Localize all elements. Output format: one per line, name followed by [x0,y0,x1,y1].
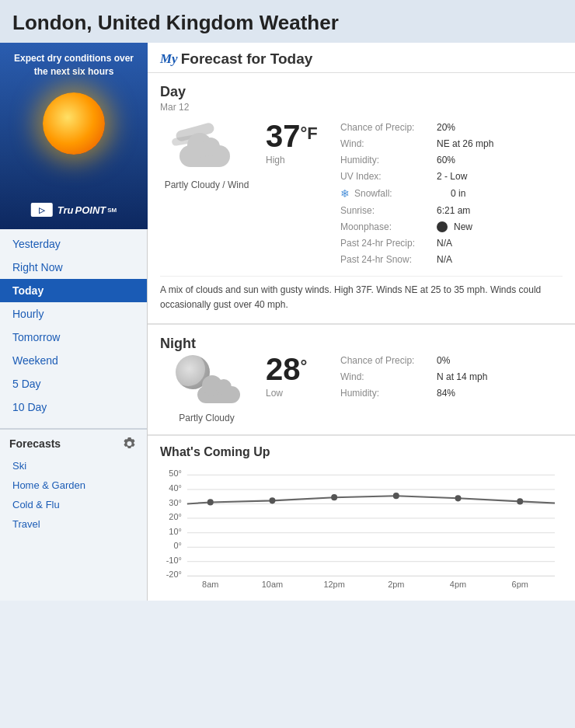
sun-graphic [43,92,105,155]
svg-text:30°: 30° [169,498,182,507]
day-temp-label: High [266,155,285,165]
sidebar-item-weekend[interactable]: Weekend [0,349,147,372]
humidity-value: 60% [437,155,455,165]
night-condition: Partly Cloudy [179,413,234,423]
sidebar-item-yesterday[interactable]: Yesterday [0,232,147,256]
snowfall-value: 0 in [451,188,465,199]
svg-text:-20°: -20° [166,570,182,580]
chart-line [187,496,555,504]
forecast-section-title: Forecast for Today [181,51,313,68]
chance-precip-row: Chance of Precip: 20% [340,120,563,134]
gear-icon[interactable] [122,436,138,451]
chart-svg: 50° 40° 30° 20° 10° 0° -10° -20° [160,467,563,591]
svg-text:10am: 10am [262,580,283,589]
day-temperature: 37 [266,120,301,152]
chart-dot [393,493,399,499]
svg-text:10°: 10° [169,527,182,536]
night-wind-value: N at 14 mph [437,371,487,382]
svg-text:8am: 8am [202,580,218,589]
my-label: My [160,51,178,67]
night-stats-grid: Chance of Precip: 0% Wind: N at 14 mph H… [340,354,563,400]
humidity-row: Humidity: 60% [340,153,563,167]
chart-dot [517,499,523,505]
snowfall-row: ❄ Snowfall: 0 in [340,186,563,201]
night-temp-area: 28 ° Low [266,354,328,399]
svg-text:4pm: 4pm [450,580,466,589]
sidebar-item-5day[interactable]: 5 Day [0,372,147,395]
uv-value: 2 - Low [437,171,467,182]
svg-text:12pm: 12pm [323,580,344,589]
day-temp-area: 37 °F High [266,120,328,165]
sidebar: Expect dry conditions over the next six … [0,43,148,601]
past24-precip-row: Past 24-hr Precip: N/A [340,236,563,250]
snowflake-icon: ❄ [340,187,350,200]
night-chance-precip-value: 0% [437,355,450,366]
past24-snow-label: Past 24-hr Snow: [340,254,434,265]
moon-phase-icon [437,221,448,232]
night-humidity-value: 84% [437,388,455,399]
svg-text:20°: 20° [169,512,182,521]
main-content: My Forecast for Today Day Mar 12 Partly … [148,43,575,601]
trupoint-logo: TruPOINTSM [31,203,117,217]
forecasts-section: Forecasts Ski Home & Garden Cold & Flu T… [0,428,147,537]
sidebar-item-right-now[interactable]: Right Now [0,256,147,279]
sidebar-item-cold-flu[interactable]: Cold & Flu [9,495,138,514]
humidity-label: Humidity: [340,155,434,165]
svg-text:0°: 0° [173,541,181,550]
past24-snow-value: N/A [437,254,452,265]
day-date: Mar 12 [160,102,563,113]
sidebar-item-10day[interactable]: 10 Day [0,395,147,419]
coming-up-title: What's Coming Up [160,445,563,459]
night-temp-unit: ° [301,357,308,377]
svg-text:-10°: -10° [166,556,182,565]
night-humidity-row: Humidity: 84% [340,386,563,400]
chart-dot [207,500,214,506]
moonphase-row: Moonphase: New [340,220,563,234]
past24-precip-value: N/A [437,238,452,249]
svg-text:6pm: 6pm [512,580,528,589]
nav-section: Yesterday Right Now Today Hourly Tomorro… [0,229,147,422]
night-temp-label: Low [266,388,283,399]
past24-snow-row: Past 24-hr Snow: N/A [340,253,563,266]
wind-label: Wind: [340,138,434,149]
day-icon-area: Partly Cloudy / Wind [160,120,253,190]
day-description: A mix of clouds and sun with gusty winds… [160,276,563,312]
day-temp-unit: °F [301,124,318,144]
uv-label: UV Index: [340,171,434,182]
banner-text: Expect dry conditions over the next six … [9,52,138,78]
sidebar-item-hourly[interactable]: Hourly [0,302,147,326]
sunrise-row: Sunrise: 6:21 am [340,204,563,218]
night-forecast-panel: Night Partly Cloudy 28 ° Low [148,325,575,436]
uv-row: UV Index: 2 - Low [340,169,563,183]
trupoint-icon [31,203,53,217]
night-wind-row: Wind: N at 14 mph [340,370,563,384]
coming-up-section: What's Coming Up 50° 40° 30° 20° 10° 0° … [148,436,575,601]
sidebar-item-home-garden[interactable]: Home & Garden [9,475,138,495]
night-chance-precip-label: Chance of Precip: [340,355,434,366]
day-stats-grid: Chance of Precip: 20% Wind: NE at 26 mph… [340,120,563,266]
temperature-chart: 50° 40° 30° 20° 10° 0° -10° -20° [160,467,563,591]
sunrise-value: 6:21 am [437,205,470,216]
forecast-header: My Forecast for Today [148,43,575,73]
forecasts-title: Forecasts [9,437,61,450]
sidebar-item-today[interactable]: Today [0,279,147,302]
svg-text:50°: 50° [169,469,182,479]
chance-precip-value: 20% [437,122,455,133]
night-wind-label: Wind: [340,371,434,382]
night-period-label: Night [160,336,563,352]
wind-value: NE at 26 mph [437,138,493,149]
day-weather-row: Partly Cloudy / Wind 37 °F High Chance o… [160,120,563,266]
sidebar-item-ski[interactable]: Ski [9,456,138,475]
night-weather-icon [172,354,242,408]
snowfall-label: Snowfall: [354,188,448,199]
night-weather-row: Partly Cloudy 28 ° Low Chance of Precip:… [160,354,563,423]
sidebar-item-tomorrow[interactable]: Tomorrow [0,326,147,349]
night-icon-area: Partly Cloudy [160,354,253,423]
night-humidity-label: Humidity: [340,388,434,399]
sunrise-label: Sunrise: [340,205,434,216]
wind-row: Wind: NE at 26 mph [340,137,563,151]
day-period-label: Day [160,84,563,100]
past24-precip-label: Past 24-hr Precip: [340,238,434,249]
sidebar-item-travel[interactable]: Travel [9,514,138,534]
chart-dot [455,496,462,502]
